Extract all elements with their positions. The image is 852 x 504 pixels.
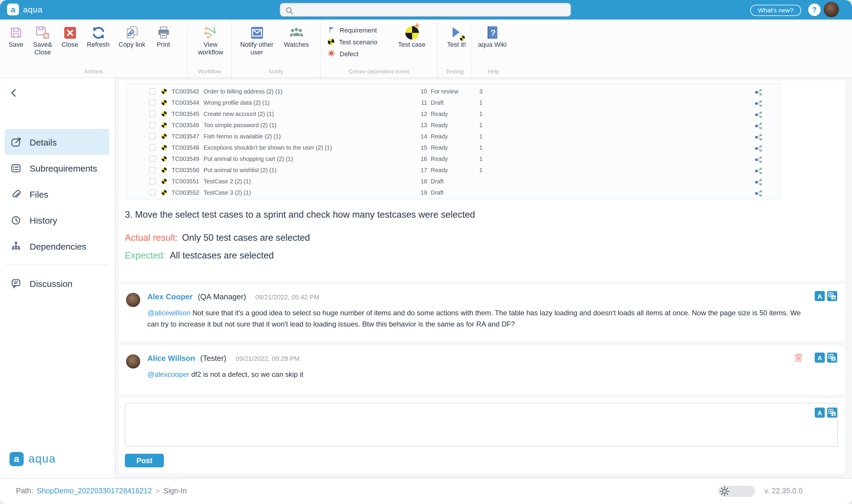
test-case-icon	[162, 89, 167, 94]
table-row[interactable]: TC003542Order to billing address (2) (1)…	[127, 86, 780, 97]
sidebar-item-history[interactable]: History	[5, 207, 109, 233]
help-button[interactable]: ?	[808, 3, 821, 16]
row-checkbox[interactable]	[149, 178, 156, 184]
table-row[interactable]: TC003548Exceptions shouldn't be shown to…	[127, 142, 780, 153]
search-input[interactable]	[297, 6, 560, 14]
aqua-wiki-button[interactable]: ? aqua Wiki	[476, 19, 509, 49]
table-row[interactable]: TC003551TestCase 2 (2) (1) 18Draft	[127, 176, 780, 187]
save-close-icon	[35, 24, 50, 41]
table-row[interactable]: TC003546Too simple password (2) (1) 13Re…	[127, 120, 780, 131]
table-row[interactable]: TC003549Put animal to shopping cart (2) …	[127, 153, 780, 164]
app-logo[interactable]: a aqua	[7, 3, 42, 15]
row-checkbox[interactable]	[149, 133, 156, 140]
aqua-logo-text-footer: aqua	[29, 452, 56, 466]
comment-input-box[interactable]	[125, 403, 838, 447]
trash-icon	[794, 353, 803, 363]
details-section: TC003542Order to billing address (2) (1)…	[119, 80, 845, 281]
create-requirement-item[interactable]: Requirement	[324, 25, 391, 34]
sidebar-nav: Details Subrequirements Files History De…	[0, 129, 114, 296]
translate-button[interactable]	[827, 291, 837, 301]
delete-comment-button[interactable]	[794, 353, 803, 365]
table-row[interactable]: TC003545Create new account (2) (1) 12Rea…	[127, 108, 780, 120]
refresh-icon	[91, 24, 106, 41]
comment-input[interactable]	[125, 403, 837, 446]
row-checkbox[interactable]	[149, 144, 156, 151]
chevron-left-icon	[8, 88, 19, 98]
version-label: v. 22.35.0.0	[764, 479, 803, 504]
svg-text:?: ?	[490, 28, 495, 37]
test-case-table: TC003542Order to billing address (2) (1)…	[126, 84, 780, 199]
translate-button[interactable]	[827, 353, 837, 363]
edit-icon	[11, 137, 21, 147]
aqua-logo-icon-footer: a	[10, 452, 24, 466]
post-button[interactable]: Post	[125, 454, 164, 467]
sidebar-item-discussion[interactable]: Discussion	[5, 270, 109, 296]
format-text-button[interactable]: A	[815, 353, 825, 363]
test-case-icon	[162, 134, 167, 139]
hierarchy-icon	[11, 241, 21, 251]
user-mention[interactable]: @alexcooper	[147, 370, 189, 379]
paperclip-icon	[11, 189, 21, 199]
wiki-book-icon: ?	[485, 24, 500, 41]
format-text-button[interactable]: A	[815, 291, 825, 301]
settings-toggle[interactable]	[718, 486, 755, 497]
ribbon-group-actions: Save Save& Close Close Refresh C	[0, 19, 187, 77]
create-defect-item[interactable]: Defect	[324, 49, 391, 58]
row-checkbox[interactable]	[149, 189, 156, 196]
user-mention[interactable]: @alicewillson	[147, 309, 191, 317]
sidebar: Details Subrequirements Files History De…	[0, 78, 115, 478]
translate-button[interactable]	[827, 408, 837, 418]
comment-body: @alicewillson Not sure that it's a good …	[147, 308, 809, 330]
comment-timestamp: 09/21/2022, 09:28 PM	[235, 355, 300, 362]
save-and-close-button[interactable]: Save& Close	[29, 19, 57, 56]
save-button[interactable]: Save	[3, 19, 29, 49]
sidebar-item-subrequirements[interactable]: Subrequirements	[5, 155, 109, 181]
sidebar-item-dependencies[interactable]: Dependencies	[5, 233, 109, 259]
comment-text: Not sure that it's a good idea to select…	[147, 309, 801, 328]
format-text-button[interactable]: A	[815, 408, 825, 418]
close-button[interactable]: Close	[57, 19, 83, 49]
comment-author[interactable]: Alice Willson	[147, 354, 195, 363]
user-avatar[interactable]	[823, 2, 839, 17]
notify-other-user-button[interactable]: Notify other user	[235, 19, 278, 56]
watches-button[interactable]: Watches	[278, 19, 315, 49]
row-checkbox[interactable]	[149, 156, 156, 162]
run-test-icon	[449, 24, 464, 41]
dependencies-icon[interactable]	[755, 189, 762, 200]
watchers-icon	[289, 24, 304, 41]
workflow-icon	[203, 24, 218, 41]
create-test-case-button[interactable]: Test case	[391, 19, 433, 49]
aqua-logo-text: aqua	[23, 5, 42, 14]
test-case-icon	[162, 179, 167, 184]
test-it-button[interactable]: Test it!	[441, 19, 472, 49]
whats-new-button[interactable]: What's new?	[750, 5, 801, 16]
table-row[interactable]: TC003544Wrong profile data (2) (1) 11Dra…	[127, 97, 780, 108]
table-row[interactable]: TC003550Put animal to wishlist (2) (1) 1…	[127, 164, 780, 176]
comment-author[interactable]: Alex Cooper	[147, 292, 193, 301]
copy-link-button[interactable]: Copy link	[114, 19, 150, 49]
app-window: a aqua What's new? ? Save Save& Cl	[0, 0, 852, 504]
row-checkbox[interactable]	[149, 122, 156, 128]
row-checkbox[interactable]	[149, 111, 156, 117]
view-workflow-button[interactable]: View workflow	[191, 19, 230, 56]
sidebar-item-files[interactable]: Files	[5, 181, 109, 207]
row-checkbox[interactable]	[149, 88, 156, 95]
ribbon-group-help: ? aqua Wiki Help	[472, 19, 515, 77]
create-test-scenario-item[interactable]: Test scenario	[324, 37, 391, 46]
sidebar-item-details[interactable]: Details	[5, 129, 109, 155]
global-search[interactable]	[280, 3, 571, 17]
table-row[interactable]: TC003547Fish Nemo is available (2) (1) 1…	[127, 131, 780, 142]
print-button[interactable]: Print	[150, 19, 176, 49]
path-project-link[interactable]: ShopDemo_202203301728416212	[37, 487, 152, 495]
collapse-sidebar-button[interactable]	[8, 88, 20, 100]
gear-icon	[719, 486, 730, 497]
path-current-item: Sign-In	[163, 487, 187, 495]
row-checkbox[interactable]	[149, 100, 156, 106]
table-row[interactable]: TC003552TestCase 3 (2) (1) 19Draft	[127, 187, 780, 198]
test-case-icon	[162, 190, 167, 195]
expected-label: Expected:	[125, 250, 166, 260]
refresh-button[interactable]: Refresh	[83, 19, 114, 49]
breadcrumb: Path:ShopDemo_202203301728416212>Sign-In	[16, 479, 187, 504]
row-checkbox[interactable]	[149, 167, 156, 173]
ribbon-group-testing: Test it! Testing	[438, 19, 472, 77]
